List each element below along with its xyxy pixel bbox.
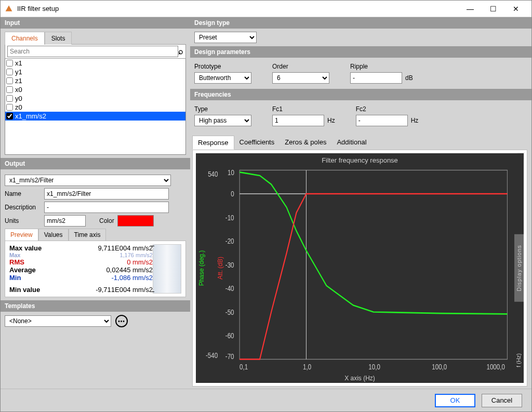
channel-checkbox[interactable] [6, 104, 13, 111]
svg-text:-40: -40 [225, 284, 234, 293]
dialog-footer: OK Cancel [1, 389, 531, 411]
channel-checkbox[interactable] [6, 86, 13, 93]
units-label: Units [5, 217, 41, 224]
channel-row: z1 [5, 76, 185, 85]
tab-channels[interactable]: Channels [5, 32, 45, 45]
fc2-label: Fc2 [356, 105, 419, 113]
channel-checkbox[interactable] [6, 95, 13, 102]
description-input[interactable] [44, 202, 169, 213]
templates-section-header: Templates [1, 300, 190, 312]
response-chart[interactable]: Filter frequency response Phase (deg.) A… [196, 153, 524, 383]
svg-text:10: 10 [228, 168, 234, 176]
fc2-input[interactable] [356, 115, 408, 126]
svg-text:-30: -30 [225, 261, 234, 269]
chart-tab-coefficients[interactable]: Coefficients [234, 136, 280, 150]
channel-checkbox[interactable] [6, 60, 13, 67]
svg-text:0: 0 [231, 190, 234, 198]
chart-tab-zeros-poles[interactable]: Zeros & poles [280, 136, 331, 150]
fc1-input[interactable] [272, 115, 324, 126]
svg-text:-10: -10 [225, 214, 234, 222]
svg-text:1000,0: 1000,0 [486, 363, 504, 371]
name-input[interactable] [44, 188, 169, 200]
cancel-button[interactable]: Cancel [482, 394, 522, 407]
prototype-label: Prototype [194, 63, 251, 70]
svg-text:0,1: 0,1 [240, 363, 248, 371]
stats-panel: Max value9,711E004 mm/s2 Max1,176 mm/s2 … [5, 241, 186, 297]
subtab-preview[interactable]: Preview [5, 229, 38, 241]
template-more-button[interactable]: ••• [115, 315, 128, 327]
prototype-select[interactable]: Butterworth [194, 72, 251, 84]
ripple-input[interactable] [350, 72, 402, 84]
design-type-select[interactable]: Preset [194, 32, 257, 43]
svg-text:1,0: 1,0 [303, 363, 311, 371]
design-type-header: Design type [190, 17, 531, 29]
template-select[interactable]: <None> [5, 315, 111, 327]
chart-svg: 540 -540 10 0 -10 -20 -30 -40 -50 -60 -7… [196, 153, 524, 383]
ok-button[interactable]: OK [435, 394, 475, 407]
dialog-window: IIR filter setup — ☐ ✕ Input Channels Sl… [0, 0, 532, 412]
filter-type-label: Type [194, 105, 251, 113]
frequencies-header: Frequencies [190, 89, 531, 100]
channel-checkbox[interactable] [6, 77, 13, 84]
channel-row: x0 [5, 85, 185, 94]
channel-list[interactable]: x1 y1 z1 x0 y0 z0 x1_mm/s2 [5, 59, 186, 155]
output-section-header: Output [1, 158, 190, 169]
chart-tab-response[interactable]: Response [192, 136, 234, 150]
fc1-label: Fc1 [272, 105, 335, 113]
chart-tab-additional[interactable]: Additional [331, 136, 371, 150]
order-label: Order [272, 63, 329, 70]
order-select[interactable]: 6 [272, 72, 329, 84]
chart-container: ◄ Filter frequency response Phase (deg.)… [192, 150, 527, 387]
svg-marker-0 [6, 5, 12, 11]
channel-checkbox[interactable] [6, 113, 13, 119]
output-select[interactable]: x1_mm/s2/Filter [5, 175, 171, 186]
channel-row: y0 [5, 94, 185, 103]
subtab-values[interactable]: Values [38, 229, 69, 241]
search-icon[interactable]: ⌕ [178, 47, 183, 56]
app-icon [5, 5, 13, 13]
color-label: Color [99, 217, 114, 224]
search-bar: ⌕ [5, 44, 186, 59]
close-button[interactable]: ✕ [504, 1, 527, 17]
minimize-button[interactable]: — [459, 1, 482, 17]
svg-text:10,0: 10,0 [368, 363, 380, 371]
window-title: IIR filter setup [17, 5, 59, 12]
svg-text:-540: -540 [206, 351, 218, 360]
level-meter [153, 244, 181, 294]
units-input[interactable] [44, 215, 86, 227]
design-params-header: Design parameters [190, 46, 531, 58]
maximize-button[interactable]: ☐ [482, 1, 504, 17]
ripple-label: Ripple [350, 63, 413, 70]
titlebar: IIR filter setup — ☐ ✕ [1, 1, 531, 17]
subtab-timeaxis[interactable]: Time axis [69, 229, 107, 241]
filter-type-select[interactable]: High pass [194, 115, 251, 126]
svg-text:100,0: 100,0 [432, 363, 447, 371]
search-input[interactable] [7, 46, 178, 57]
svg-text:540: 540 [208, 170, 218, 178]
description-label: Description [5, 204, 41, 211]
name-label: Name [5, 190, 41, 197]
input-section-header: Input [1, 17, 190, 29]
svg-rect-1 [240, 170, 507, 360]
channel-checkbox[interactable] [6, 69, 13, 75]
svg-text:-70: -70 [225, 352, 234, 361]
color-swatch[interactable] [117, 215, 154, 227]
channel-row: y1 [5, 68, 185, 76]
svg-text:-50: -50 [225, 308, 234, 316]
channel-row-selected: x1_mm/s2 [5, 112, 185, 121]
tab-slots[interactable]: Slots [45, 32, 72, 45]
channel-row: z0 [5, 103, 185, 112]
channel-row: x1 [5, 59, 185, 68]
svg-text:-20: -20 [225, 237, 234, 245]
svg-text:-60: -60 [225, 331, 234, 340]
